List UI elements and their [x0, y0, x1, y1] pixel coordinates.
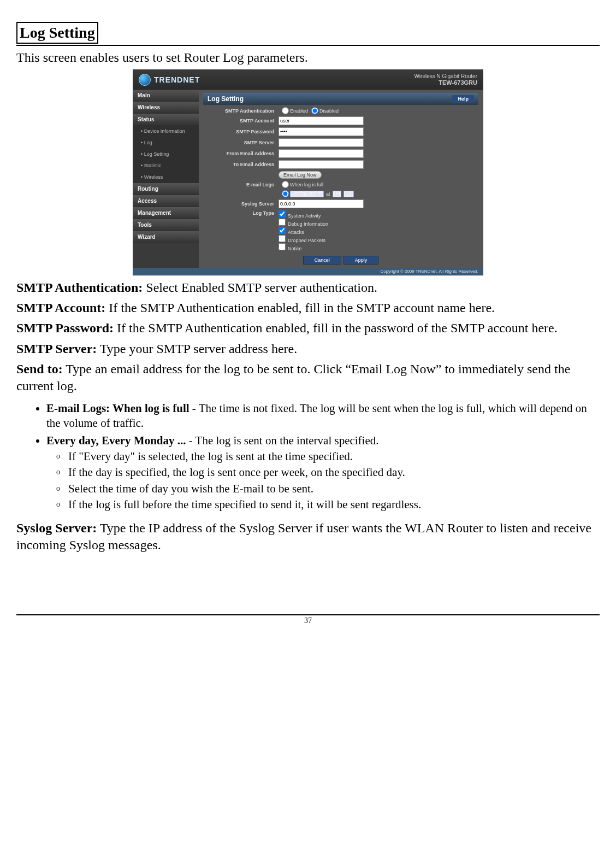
- help-button[interactable]: Help: [452, 95, 474, 103]
- router-header: TRENDNET Wireless N Gigabit Router TEW-6…: [133, 70, 483, 90]
- router-screenshot: TRENDNET Wireless N Gigabit Router TEW-6…: [16, 69, 600, 276]
- def-smtp-account: SMTP Account: If the SMTP Authentication…: [16, 299, 600, 316]
- def-smtp-server: SMTP Server: Type your SMTP server addre…: [16, 340, 600, 357]
- list-item: If the log is full before the time speci…: [68, 497, 600, 512]
- syslog-server-label: Syslog Server: [203, 201, 279, 207]
- sidebar-sub-device-info[interactable]: • Device Information: [133, 126, 199, 137]
- panel-title: Log Setting: [208, 95, 244, 103]
- smtp-server-label: SMTP Server: [203, 140, 279, 145]
- smtp-password-input[interactable]: [279, 127, 364, 136]
- smtp-auth-disabled-radio[interactable]: [311, 107, 318, 114]
- log-type-label: Log Type: [203, 210, 279, 216]
- email-logs-label: E-mail Logs: [203, 182, 279, 187]
- sidebar-sub-log[interactable]: • Log: [133, 137, 199, 149]
- apply-button[interactable]: Apply: [343, 256, 379, 265]
- sidebar-item-tools[interactable]: Tools: [133, 219, 199, 231]
- log-type-dropped-label: Dropped Packets: [288, 238, 325, 243]
- sidebar-item-status[interactable]: Status: [133, 114, 199, 126]
- sidebar-item-wizard[interactable]: Wizard: [133, 231, 199, 243]
- schedule-at-label: at: [326, 191, 330, 197]
- log-type-debug-label: Debug Information: [288, 221, 328, 227]
- def-syslog: Syslog Server: Type the IP address of th…: [16, 520, 600, 554]
- smtp-account-label: SMTP Account: [203, 118, 279, 124]
- sidebar-sub-wireless[interactable]: • Wireless: [133, 172, 199, 183]
- schedule-radio[interactable]: [282, 190, 289, 197]
- list-item: Select the time of day you wish the E-ma…: [68, 481, 600, 496]
- brand-logo-icon: [139, 74, 151, 86]
- def-smtp-auth: SMTP Authentication: Select Enabled SMTP…: [16, 279, 600, 296]
- copyright-text: Copyright © 2009 TRENDnet. All Rights Re…: [133, 268, 483, 275]
- intro-text: This screen enables users to set Router …: [16, 50, 600, 65]
- log-type-dropped-checkbox[interactable]: [279, 235, 286, 242]
- sidebar-item-wireless[interactable]: Wireless: [133, 102, 199, 114]
- list-item: Every day, Every Monday ... - The log is…: [46, 433, 600, 512]
- section-underline: [16, 45, 600, 46]
- sidebar-item-routing[interactable]: Routing: [133, 183, 199, 195]
- def-smtp-password: SMTP Password: If the SMTP Authenticatio…: [16, 320, 600, 337]
- disabled-label: Disabled: [319, 108, 339, 114]
- when-full-label: When log is full: [290, 182, 323, 187]
- to-email-input[interactable]: [279, 160, 364, 169]
- log-type-system-checkbox[interactable]: [279, 210, 286, 218]
- schedule-ampm-select[interactable]: PM: [343, 191, 354, 197]
- sidebar: Main Wireless Status • Device Informatio…: [133, 90, 199, 268]
- schedule-day-select[interactable]: Every Sunday: [290, 191, 324, 197]
- sidebar-sub-log-setting[interactable]: • Log Setting: [133, 149, 199, 160]
- cancel-button[interactable]: Cancel: [303, 256, 341, 265]
- smtp-server-input[interactable]: [279, 138, 364, 147]
- model-line1: Wireless N Gigabit Router: [414, 73, 477, 79]
- log-type-notice-label: Notice: [288, 246, 302, 251]
- log-type-attacks-label: Attacks: [288, 230, 304, 235]
- smtp-account-input[interactable]: [279, 116, 364, 125]
- enabled-label: Enabled: [290, 108, 308, 114]
- log-type-notice-checkbox[interactable]: [279, 243, 286, 250]
- to-email-label: To Email Address: [203, 162, 279, 167]
- page-footer: 37: [16, 614, 600, 625]
- sidebar-sub-statistic[interactable]: • Statistic: [133, 160, 199, 172]
- sidebar-item-access[interactable]: Access: [133, 195, 199, 207]
- list-item: E-mail Logs: When log is full - The time…: [46, 401, 600, 431]
- sidebar-item-management[interactable]: Management: [133, 207, 199, 219]
- smtp-password-label: SMTP Password: [203, 129, 279, 134]
- syslog-server-input[interactable]: [279, 199, 364, 208]
- sidebar-item-main[interactable]: Main: [133, 90, 199, 102]
- log-type-system-label: System Activity: [288, 213, 321, 219]
- schedule-hour-select[interactable]: 12: [333, 191, 341, 197]
- list-item: If "Every day" is selected, the log is s…: [68, 449, 600, 464]
- bullet-list: E-mail Logs: When log is full - The time…: [16, 401, 600, 512]
- from-email-input[interactable]: [279, 149, 364, 158]
- brand-name: TRENDNET: [154, 75, 200, 84]
- email-log-now-button[interactable]: Email Log Now: [279, 171, 322, 179]
- log-type-debug-checkbox[interactable]: [279, 219, 286, 226]
- model-line2: TEW-673GRU: [414, 79, 477, 86]
- from-email-label: From Email Address: [203, 151, 279, 156]
- when-full-radio[interactable]: [282, 181, 289, 188]
- smtp-auth-enabled-radio[interactable]: [282, 107, 289, 114]
- smtp-auth-label: SMTP Authentication: [203, 108, 279, 114]
- def-send-to: Send to: Type an email address for the l…: [16, 361, 600, 395]
- section-title: Log Setting: [16, 22, 98, 44]
- log-type-attacks-checkbox[interactable]: [279, 227, 286, 234]
- page-number: 37: [304, 616, 312, 625]
- list-item: If the day is specified, the log is sent…: [68, 465, 600, 480]
